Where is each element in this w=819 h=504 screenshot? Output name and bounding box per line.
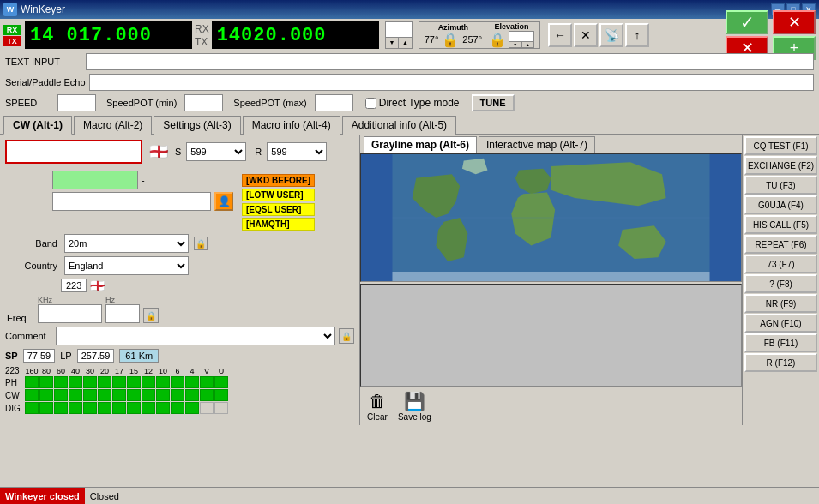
serial-echo-field[interactable]	[89, 74, 814, 91]
sp-row: SP 77.59 LP 257.59 61 Km	[5, 349, 354, 363]
fb-button[interactable]: FB (F11)	[744, 333, 817, 352]
channel-input[interactable]: 1	[386, 22, 412, 37]
comment-select[interactable]	[56, 327, 335, 345]
freq-lock-icon: 🔒	[143, 308, 159, 323]
channel-up-btn[interactable]: ▲	[399, 38, 412, 48]
azimuth-section: Azimuth 77° 🔒 257°	[425, 23, 482, 48]
channel-spinner[interactable]: 1 ▼ ▲	[385, 21, 413, 49]
cw-cell-4	[83, 389, 97, 401]
freq-display-1[interactable]: 14 017.000	[25, 21, 192, 49]
freq-value-1: 14 017.000	[30, 25, 152, 46]
tab-settings[interactable]: Settings (Alt-3)	[154, 116, 240, 135]
tab-interactive-map[interactable]: Interactive map (Alt-7)	[479, 136, 595, 153]
channel-down-btn[interactable]: ▼	[386, 38, 400, 48]
direct-type-label[interactable]: Direct Type mode	[365, 97, 460, 109]
tab-cw[interactable]: CW (Alt-1)	[3, 116, 72, 135]
ph-cell-7	[127, 376, 141, 388]
country-label: Country	[5, 261, 61, 271]
cq-test-button[interactable]: CQ TEST (F1)	[744, 136, 817, 155]
nr-button[interactable]: NR (F9)	[744, 294, 817, 313]
dig-cell-4	[83, 402, 97, 414]
text-input-field[interactable]	[86, 53, 814, 70]
azimuth-lock-icon: 🔒	[442, 32, 459, 48]
delete-button[interactable]: ✕	[773, 10, 816, 34]
tab-macro-info[interactable]: Macro info (Alt-4)	[243, 116, 340, 135]
freq-hz-input[interactable]: 000	[105, 304, 140, 323]
name-input[interactable]: James	[52, 192, 211, 211]
serial-echo-row: Serial/Paddle Echo	[0, 72, 819, 93]
freq-khz-input[interactable]: 14017	[38, 304, 102, 323]
antenna-button[interactable]: 📡	[599, 23, 623, 47]
band-select[interactable]: 20m40m80m	[64, 234, 189, 253]
his-call-button[interactable]: HIS CALL (F5)	[744, 215, 817, 234]
pot-min-label: SpeedPOT (min)	[106, 98, 177, 108]
freq-khz-group: KHz 14017	[38, 296, 102, 323]
tab-additional[interactable]: Additional info (Alt-5)	[342, 116, 456, 135]
country-select[interactable]: EnglandScotlandWales	[64, 256, 189, 275]
save-log-label: Save log	[398, 412, 431, 422]
r-button[interactable]: R (F12)	[744, 353, 817, 372]
tu-button[interactable]: TU (F3)	[744, 176, 817, 195]
arrow-left-button[interactable]: ←	[548, 23, 572, 47]
country-row: Country EnglandScotlandWales	[5, 256, 354, 275]
name-row: James 👤	[5, 192, 233, 211]
elevation-input[interactable]: 0	[509, 32, 533, 41]
freq-row: Freq KHz 14017 Hz 000 🔒	[5, 296, 354, 323]
speed-spinner[interactable]: 25 ▲ ▼	[57, 94, 96, 111]
cw-cell-5	[98, 389, 111, 401]
band-row: Band 20m40m80m 🔒	[5, 234, 354, 253]
tune-button[interactable]: TUNE	[472, 94, 515, 111]
grid-dash: -	[142, 175, 145, 185]
repeat-button[interactable]: REPEAT (F6)	[744, 235, 817, 254]
elev-down-btn[interactable]: ▼	[509, 42, 522, 47]
grid-input[interactable]: JO01	[52, 171, 138, 189]
ph-cell-13	[214, 376, 228, 388]
speed-label: SPEED	[5, 98, 52, 108]
elevation-spinner[interactable]: 0 ▼ ▲	[509, 31, 534, 48]
khz-label: KHz	[38, 296, 102, 304]
tab-macro[interactable]: Macro (Alt-2)	[74, 116, 152, 135]
save-log-button[interactable]: 💾 Save log	[398, 391, 431, 422]
dig-cell-2	[54, 402, 68, 414]
comment-row: Comment 🔒	[5, 327, 354, 345]
elevation-label: Elevation	[495, 22, 529, 31]
direct-type-checkbox[interactable]	[365, 98, 376, 109]
r-rst-select[interactable]: 599559579	[267, 142, 327, 161]
pot-max-value[interactable]: 40	[316, 98, 353, 108]
cw-cell-3	[69, 389, 82, 401]
pot-min-spinner[interactable]: 5 ▲ ▼	[184, 94, 223, 111]
elev-up-btn[interactable]: ▲	[522, 42, 534, 47]
rx-label: RX	[3, 25, 21, 35]
x-button[interactable]: ✕	[574, 23, 598, 47]
lookup-button[interactable]: 👤	[214, 192, 233, 211]
cw-cell-10	[171, 389, 184, 401]
tab-grayline[interactable]: Grayline map (Alt-6)	[364, 136, 477, 153]
agn-button[interactable]: AGN (F10)	[744, 314, 817, 333]
question-button[interactable]: ? (F8)	[744, 274, 817, 293]
freq-label: Freq	[7, 313, 34, 323]
band-grid-num: 223	[5, 366, 24, 375]
g0uja-button[interactable]: G0UJA (F4)	[744, 195, 817, 214]
comment-lock-icon: 🔒	[339, 328, 354, 344]
exchange-button[interactable]: EXCHANGE (F2)	[744, 156, 817, 175]
band-activity-grid: 223 160 80 60 40 30 20 17 15 12 10 6 4 V…	[5, 366, 354, 414]
s-label: S	[175, 147, 181, 157]
lp-val: 257.59	[77, 349, 115, 363]
ph-cell-0	[25, 376, 39, 388]
s-rst-select[interactable]: 599559579	[186, 142, 246, 161]
serial-echo-label: Serial/Paddle Echo	[5, 77, 86, 87]
speed-value[interactable]: 25	[58, 98, 96, 108]
world-map-svg	[361, 154, 741, 281]
ph-cell-2	[54, 376, 68, 388]
map-tabs: Grayline map (Alt-6) Interactive map (Al…	[360, 135, 742, 153]
pot-min-value[interactable]: 5	[185, 98, 223, 108]
ph-cell-10	[171, 376, 184, 388]
pot-max-spinner[interactable]: 40 ▲ ▼	[315, 94, 353, 111]
lp-label: LP	[60, 351, 71, 361]
confirm-button[interactable]: ✓	[726, 10, 768, 34]
clear-log-button[interactable]: 🗑 Clear	[367, 392, 388, 422]
callsign-input[interactable]: G0UJA	[5, 140, 142, 164]
freq-display-2[interactable]: 14020.000	[212, 21, 379, 49]
up-arrow-button[interactable]: ↑	[625, 23, 649, 47]
73-button[interactable]: 73 (F7)	[744, 255, 817, 273]
